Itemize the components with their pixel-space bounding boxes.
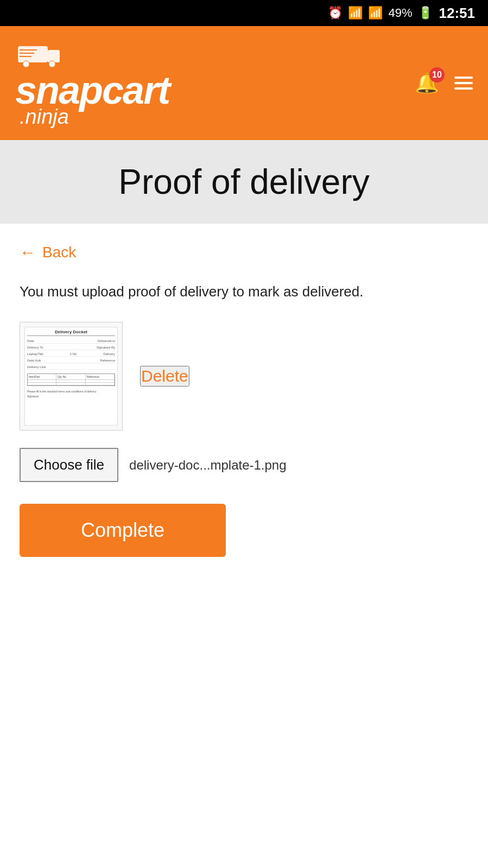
doc-row-3: Laptop/Tab1 NoDelivery xyxy=(27,352,115,357)
file-thumbnail: Delivery Docket DateDelivered to Deliver… xyxy=(20,322,123,430)
notification-wrapper[interactable]: 🔔 10 xyxy=(415,72,439,94)
back-label: Back xyxy=(42,244,76,261)
svg-point-6 xyxy=(49,61,55,67)
app-header: snapcart .ninja 🔔 10 xyxy=(0,26,488,140)
file-name-label: delivery-doc...mplate-1.png xyxy=(129,458,286,473)
doc-row-1: DateDelivered to xyxy=(27,339,115,344)
time-display: 12:51 xyxy=(439,5,476,22)
doc-row-4: Data HubReference xyxy=(27,358,115,363)
logo-text: snapcart xyxy=(15,71,169,110)
header-actions: 🔔 10 xyxy=(415,72,473,94)
file-preview-row: Delivery Docket DateDelivered to Deliver… xyxy=(20,322,468,430)
file-input-row: Choose file delivery-doc...mplate-1.png xyxy=(20,448,468,482)
logo-sub: .ninja xyxy=(20,105,69,129)
svg-rect-0 xyxy=(18,46,48,62)
signal-icon: 📶 xyxy=(368,6,383,20)
battery-label: 49% xyxy=(388,6,412,20)
wifi-icon: 📶 xyxy=(348,6,363,20)
status-icons: ⏰ 📶 📶 49% 🔋 xyxy=(328,6,432,20)
doc-title: Delivery Docket xyxy=(27,330,115,336)
doc-preview: Delivery Docket DateDelivered to Deliver… xyxy=(24,327,118,426)
doc-footer: Please fill in the standard terms and co… xyxy=(27,390,115,393)
svg-rect-1 xyxy=(48,50,60,62)
logo-truck xyxy=(15,38,64,71)
notification-badge: 10 xyxy=(429,67,445,83)
delete-button[interactable]: Delete xyxy=(140,366,189,387)
upload-instruction: You must upload proof of delivery to mar… xyxy=(20,281,468,302)
complete-button[interactable]: Complete xyxy=(20,504,226,557)
choose-file-button[interactable]: Choose file xyxy=(20,448,118,482)
back-arrow-icon: ← xyxy=(20,243,36,262)
page-title: Proof of delivery xyxy=(15,162,473,202)
table-header-row: Item/Part Qty No Reference xyxy=(28,374,115,380)
truck-icon xyxy=(15,38,64,71)
svg-point-5 xyxy=(23,61,29,67)
page-title-section: Proof of delivery xyxy=(0,140,488,224)
back-link[interactable]: ← Back xyxy=(20,243,468,262)
doc-row-2: Delivery ToSignature By xyxy=(27,345,115,350)
menu-icon[interactable] xyxy=(454,77,473,90)
battery-icon: 🔋 xyxy=(418,6,433,20)
alarm-icon: ⏰ xyxy=(328,6,343,20)
main-content: ← Back You must upload proof of delivery… xyxy=(0,224,488,576)
doc-row-5: Delivery Line xyxy=(27,365,115,370)
logo-area: snapcart .ninja xyxy=(15,38,169,129)
table-row-2 xyxy=(28,383,115,385)
doc-subfooter: Signature xyxy=(27,395,115,398)
status-bar: ⏰ 📶 📶 49% 🔋 12:51 xyxy=(0,0,488,26)
doc-table: Item/Part Qty No Reference xyxy=(27,373,115,386)
